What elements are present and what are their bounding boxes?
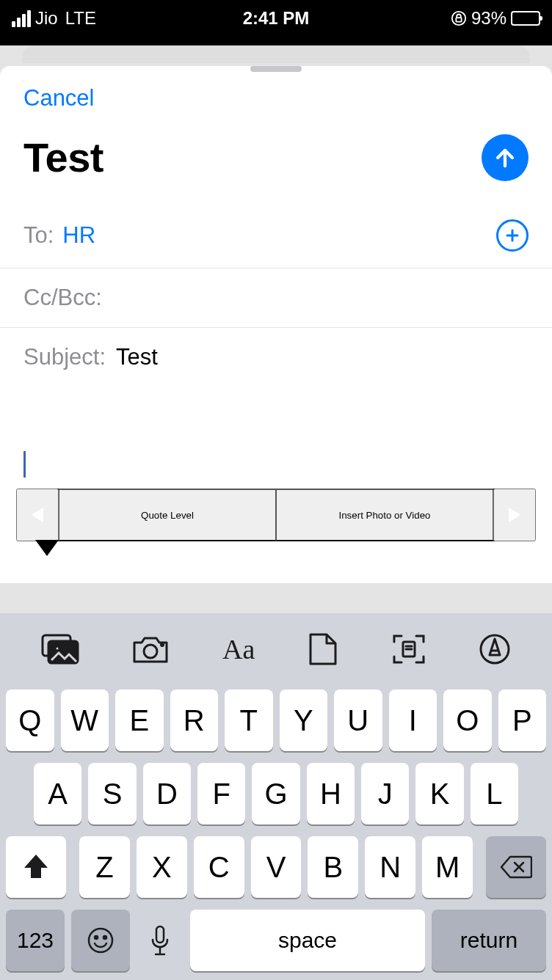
keyboard-row-2: ASDFGHJKL bbox=[6, 763, 546, 824]
ccbcc-label: Cc/Bcc: bbox=[23, 285, 102, 311]
triangle-left-icon bbox=[31, 508, 44, 522]
numbers-key[interactable]: 123 bbox=[6, 910, 65, 971]
battery-pct: 93% bbox=[471, 8, 506, 29]
add-contact-button[interactable] bbox=[496, 219, 529, 252]
battery-icon bbox=[511, 11, 540, 26]
backspace-icon bbox=[500, 855, 532, 879]
sheet-grabber[interactable] bbox=[250, 66, 302, 72]
keyboard: Aa QWERTYUIOP ASDFGHJKL ZXCVBNM 123 bbox=[0, 613, 552, 980]
keyboard-row-3: ZXCVBNM bbox=[6, 836, 546, 898]
orientation-lock-icon bbox=[451, 10, 467, 26]
key-i[interactable]: I bbox=[389, 690, 437, 751]
status-left: Jio LTE bbox=[12, 8, 243, 29]
return-key[interactable]: return bbox=[432, 910, 546, 971]
svg-point-11 bbox=[89, 929, 112, 952]
network-label: LTE bbox=[65, 8, 96, 29]
key-o[interactable]: O bbox=[443, 690, 492, 751]
emoji-key[interactable] bbox=[71, 910, 130, 971]
key-d[interactable]: D bbox=[143, 763, 191, 824]
clock-time: 2:41 PM bbox=[243, 8, 310, 29]
to-field[interactable]: To: HR bbox=[0, 203, 552, 268]
cancel-button[interactable]: Cancel bbox=[23, 85, 95, 111]
key-q[interactable]: Q bbox=[6, 690, 54, 751]
key-x[interactable]: X bbox=[137, 836, 187, 898]
svg-marker-3 bbox=[509, 508, 520, 522]
message-body[interactable] bbox=[0, 387, 552, 495]
svg-point-12 bbox=[95, 936, 98, 939]
key-t[interactable]: T bbox=[225, 690, 273, 751]
backspace-key[interactable] bbox=[486, 836, 546, 898]
subject-value: Test bbox=[116, 344, 158, 370]
compose-sheet: Cancel Test To: HR Cc/Bcc: Subject: Test… bbox=[0, 66, 552, 583]
key-f[interactable]: F bbox=[197, 763, 245, 824]
scan-tool-icon[interactable] bbox=[391, 632, 426, 667]
svg-rect-1 bbox=[456, 18, 461, 22]
send-button[interactable] bbox=[482, 134, 529, 181]
space-key[interactable]: space bbox=[190, 910, 425, 971]
triangle-right-icon bbox=[508, 508, 521, 522]
keyboard-toolbar: Aa bbox=[0, 613, 552, 685]
shift-icon bbox=[23, 855, 49, 880]
arrow-up-icon bbox=[493, 145, 518, 170]
plus-icon bbox=[504, 227, 521, 244]
key-u[interactable]: U bbox=[334, 690, 382, 751]
microphone-icon bbox=[150, 925, 170, 956]
status-right: 93% bbox=[309, 8, 540, 29]
svg-point-7 bbox=[144, 645, 157, 658]
svg-point-13 bbox=[104, 936, 106, 939]
key-y[interactable]: Y bbox=[280, 690, 328, 751]
black-strip bbox=[0, 37, 552, 45]
insert-photo-video-item[interactable]: Insert Photo or Video bbox=[276, 489, 493, 541]
key-e[interactable]: E bbox=[115, 690, 164, 751]
svg-point-8 bbox=[161, 644, 164, 646]
keyboard-row-1: QWERTYUIOP bbox=[6, 690, 546, 751]
emoji-icon bbox=[87, 926, 115, 954]
dictation-key[interactable] bbox=[137, 910, 184, 971]
signal-icon bbox=[12, 10, 31, 27]
subject-field[interactable]: Subject: Test bbox=[0, 328, 552, 387]
svg-rect-14 bbox=[156, 926, 164, 943]
key-p[interactable]: P bbox=[498, 690, 547, 751]
key-m[interactable]: M bbox=[422, 836, 473, 898]
key-n[interactable]: N bbox=[365, 836, 415, 898]
subject-label: Subject: bbox=[23, 344, 106, 370]
key-a[interactable]: A bbox=[34, 763, 81, 824]
key-s[interactable]: S bbox=[88, 763, 136, 824]
key-w[interactable]: W bbox=[61, 690, 109, 751]
context-menu-prev[interactable] bbox=[16, 489, 59, 541]
key-l[interactable]: L bbox=[471, 763, 518, 824]
text-format-tool-icon[interactable]: Aa bbox=[222, 633, 255, 665]
quote-level-item[interactable]: Quote Level bbox=[59, 489, 276, 541]
svg-marker-2 bbox=[32, 508, 43, 522]
key-c[interactable]: C bbox=[194, 836, 244, 898]
to-recipient: HR bbox=[62, 222, 95, 249]
key-r[interactable]: R bbox=[170, 690, 219, 751]
key-k[interactable]: K bbox=[415, 763, 463, 824]
sheet-behind bbox=[22, 45, 530, 63]
ccbcc-field[interactable]: Cc/Bcc: bbox=[0, 268, 552, 328]
context-menu-tail bbox=[35, 540, 59, 556]
key-b[interactable]: B bbox=[308, 836, 358, 898]
text-cursor bbox=[23, 451, 26, 478]
carrier-label: Jio bbox=[35, 8, 58, 29]
markup-tool-icon[interactable] bbox=[479, 633, 511, 665]
context-menu: Quote Level Insert Photo or Video bbox=[16, 489, 536, 541]
to-label: To: bbox=[23, 222, 54, 249]
key-h[interactable]: H bbox=[307, 763, 355, 824]
key-z[interactable]: Z bbox=[79, 836, 130, 898]
key-j[interactable]: J bbox=[361, 763, 409, 824]
document-tool-icon[interactable] bbox=[308, 632, 338, 667]
compose-title: Test bbox=[23, 134, 482, 181]
photos-tool-icon[interactable] bbox=[41, 634, 79, 665]
shift-key[interactable] bbox=[6, 836, 66, 898]
svg-point-6 bbox=[55, 646, 59, 651]
key-g[interactable]: G bbox=[252, 763, 299, 824]
keyboard-row-4: 123 space return bbox=[6, 910, 546, 971]
camera-tool-icon[interactable] bbox=[131, 634, 170, 665]
key-v[interactable]: V bbox=[251, 836, 302, 898]
context-menu-next[interactable] bbox=[493, 489, 536, 541]
status-bar: Jio LTE 2:41 PM 93% bbox=[0, 0, 552, 37]
